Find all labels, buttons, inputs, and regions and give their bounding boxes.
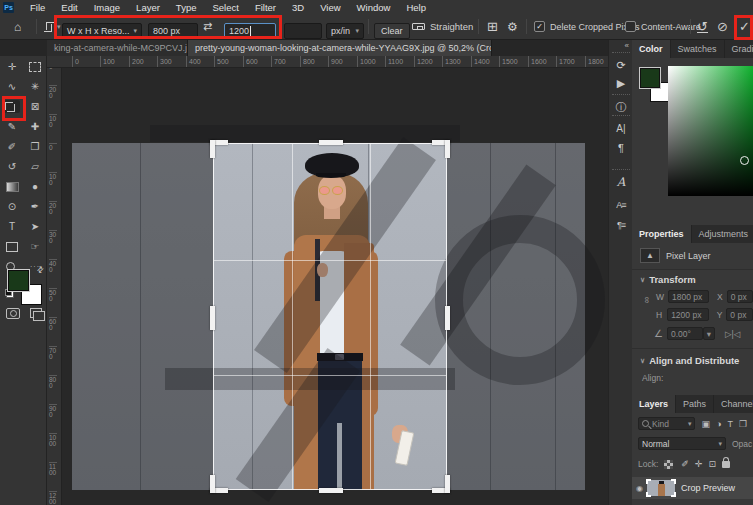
paragraph-styles-panel[interactable]: ¶≡ [609, 216, 633, 234]
tab-swatches[interactable]: Swatches [671, 40, 725, 58]
screen-mode-button[interactable] [30, 308, 42, 318]
resolution-unit-dropdown[interactable]: px/in ▾ [326, 23, 364, 39]
panel-group-grip[interactable] [612, 169, 630, 170]
transform-w-field[interactable]: 1800 px [668, 290, 709, 303]
actions-panel[interactable]: ▶ [609, 74, 633, 92]
character-styles-panel[interactable]: A≡ [609, 196, 633, 214]
cancel-crop-icon[interactable]: ⊘ [717, 19, 728, 34]
filter-smart-object-icon[interactable]: ❐ [739, 419, 747, 429]
blur-tool[interactable]: ● [27, 180, 43, 193]
history-brush-tool[interactable]: ↺ [4, 160, 20, 173]
delete-cropped-pixels-checkbox[interactable]: ✓ [534, 21, 545, 32]
transform-section-header[interactable]: ∨ Transform [640, 274, 753, 285]
crop-resolution-input[interactable] [284, 23, 322, 39]
menu-item[interactable]: View [312, 2, 348, 13]
lasso-tool[interactable]: ∿ [4, 80, 20, 93]
reset-crop-icon[interactable]: ↺ [697, 21, 708, 33]
foreground-color-swatch[interactable] [640, 68, 660, 88]
menu-item[interactable]: File [22, 2, 53, 13]
move-tool[interactable]: ✛ [4, 60, 20, 73]
document-tab-active[interactable]: pretty-young-woman-looking-at-camera-whi… [188, 40, 492, 56]
straighten-icon[interactable] [412, 23, 425, 30]
filter-type-layers-icon[interactable]: T [727, 419, 733, 429]
default-colors-icon[interactable] [6, 290, 14, 298]
info-panel[interactable]: ⓘ [609, 98, 633, 116]
crop-handle-top-right[interactable] [445, 140, 450, 158]
filter-pixel-layers-icon[interactable]: ▣ [701, 419, 710, 429]
color-picker-field[interactable] [668, 66, 753, 196]
tab-color[interactable]: Color [632, 40, 671, 58]
gradient-tool[interactable] [4, 180, 20, 193]
tab-properties[interactable]: Properties [632, 225, 692, 243]
document-tab-inactive[interactable]: king-at-camera-while-MC9PCVJ.jpg × [47, 40, 188, 56]
character-panel[interactable]: A| [609, 119, 633, 137]
quick-mask-mode-button[interactable] [6, 308, 20, 319]
crop-handle-left[interactable] [210, 306, 215, 330]
foreground-color-swatch[interactable] [8, 270, 29, 291]
expand-panels-icon[interactable]: « [625, 41, 629, 50]
layer-name[interactable]: Crop Preview [681, 483, 735, 493]
delete-cropped-pixels-option[interactable]: ✓ Delete Cropped Pixels [534, 14, 640, 39]
layer-filter-kind-dropdown[interactable]: Kind ▾ [638, 417, 695, 430]
lock-position-icon[interactable]: ✛ [695, 459, 703, 469]
tab-gradients[interactable]: Gradients [725, 40, 753, 58]
layer-thumbnail[interactable] [647, 480, 675, 496]
menu-item[interactable]: Filter [247, 2, 284, 13]
eraser-tool[interactable]: ▱ [27, 160, 43, 173]
canvas-area[interactable] [62, 68, 608, 505]
pen-tool[interactable]: ✒ [27, 200, 43, 213]
blend-mode-dropdown[interactable]: Normal ▾ [638, 437, 726, 450]
rectangular-marquee-tool[interactable] [27, 60, 43, 73]
tab-layers[interactable]: Layers [632, 395, 676, 413]
color-picker-cursor[interactable] [740, 156, 749, 165]
crop-handle-bottom-left[interactable] [210, 475, 215, 493]
brush-tool[interactable]: ✐ [4, 140, 20, 153]
crop-handle-top-left[interactable] [210, 140, 215, 158]
crop-handle-bottom[interactable] [319, 488, 343, 493]
menu-item[interactable]: Type [168, 2, 205, 13]
lock-all-icon[interactable] [722, 461, 730, 468]
align-section-header[interactable]: ∨ Align and Distribute [640, 355, 753, 366]
menu-item[interactable]: Edit [53, 2, 85, 13]
crop-handle-top[interactable] [319, 140, 343, 145]
dodge-tool[interactable]: ⊙ [4, 200, 20, 213]
menu-item[interactable]: Image [86, 2, 128, 13]
rotation-angle-field[interactable]: 0.00° [667, 327, 703, 340]
eyedropper-tool[interactable]: ✎ [4, 120, 20, 133]
overlay-options-icon[interactable]: ⊞ [487, 19, 498, 34]
angle-dropdown[interactable]: ▾ [703, 327, 715, 340]
type-tool[interactable]: T [4, 220, 20, 233]
menu-item[interactable]: Layer [128, 2, 168, 13]
lock-image-pixels-icon[interactable]: ✐ [681, 459, 689, 469]
spot-healing-brush-tool[interactable]: ✚ [27, 120, 43, 133]
glyphs-panel[interactable]: A [609, 173, 633, 191]
menu-item[interactable]: Help [398, 2, 434, 13]
transform-x-field[interactable]: 0 px [727, 290, 753, 303]
clear-button[interactable]: Clear [374, 23, 410, 39]
panel-group-grip[interactable] [612, 94, 630, 95]
history-panel[interactable]: ⟳ [609, 56, 633, 74]
crop-settings-gear-icon[interactable]: ⚙ [507, 20, 518, 34]
home-icon[interactable]: ⌂ [14, 20, 21, 34]
hand-tool[interactable]: ☞ [27, 240, 43, 253]
crop-handle-bottom-right[interactable] [445, 475, 450, 493]
frame-tool[interactable]: ⊠ [27, 100, 43, 113]
content-aware-checkbox[interactable] [625, 21, 636, 32]
clone-stamp-tool[interactable]: ❐ [27, 140, 43, 153]
rectangle-tool[interactable] [4, 240, 20, 253]
flip-icons[interactable]: ▷|◁ [725, 329, 740, 339]
menu-item[interactable]: Window [349, 2, 399, 13]
filter-adjustment-layers-icon[interactable]: ◑ [716, 419, 721, 429]
path-selection-tool[interactable]: ➤ [27, 220, 43, 233]
straighten-label[interactable]: Straighten [430, 21, 473, 32]
crop-handle-right[interactable] [445, 306, 450, 330]
tab-adjustments[interactable]: Adjustments [692, 225, 753, 243]
crop-box[interactable] [213, 143, 447, 490]
transform-y-field[interactable]: 0 px [726, 308, 753, 321]
menu-item[interactable]: Select [204, 2, 246, 13]
tab-paths[interactable]: Paths [676, 395, 714, 413]
menu-item[interactable]: 3D [284, 2, 312, 13]
object-selection-tool[interactable]: ✳ [27, 80, 43, 93]
tab-channels[interactable]: Channels [714, 395, 753, 413]
panel-group-grip[interactable] [612, 52, 630, 53]
